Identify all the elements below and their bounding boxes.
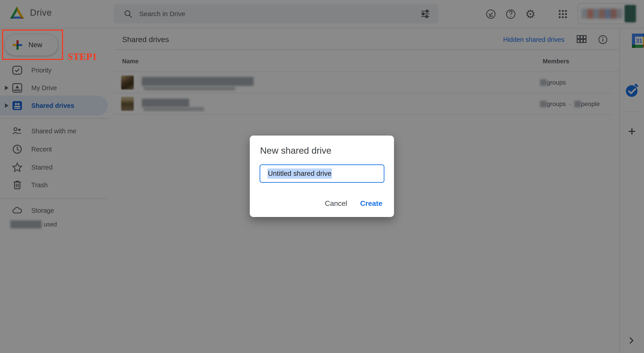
create-button[interactable]: Create [360,199,382,208]
dialog-actions: Cancel Create [325,199,382,208]
drive-name-input[interactable]: Untitled shared drive [260,164,384,183]
annotation-highlight-box [2,30,63,60]
dialog-title: New shared drive [260,145,332,156]
google-drive-screen: Drive Search in Drive [0,0,644,353]
new-shared-drive-dialog: New shared drive Untitled shared drive C… [250,136,394,217]
cancel-button[interactable]: Cancel [325,199,347,208]
annotation-step-label: STEP1 [68,51,97,62]
drive-name-input-value: Untitled shared drive [268,168,332,179]
